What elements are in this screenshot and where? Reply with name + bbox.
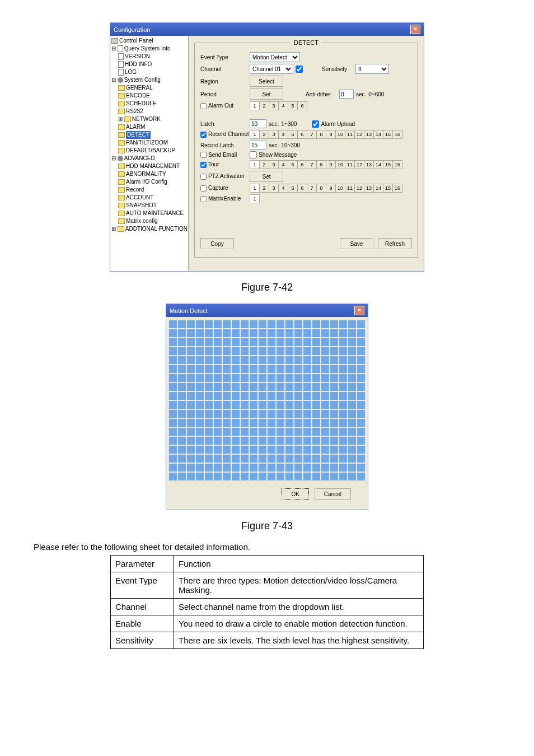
latch-input[interactable] (250, 119, 266, 128)
region-select-button[interactable]: Select (250, 76, 283, 87)
send-email-checkbox[interactable] (200, 152, 207, 158)
tree-account[interactable]: ACCOUNT (126, 194, 153, 200)
doc-icon (118, 45, 123, 52)
folder-icon (124, 116, 131, 122)
label-sec3: sec. (269, 142, 279, 148)
motion-window-title: Motion Detect (170, 307, 208, 314)
motion-titlebar: Motion Detect × (166, 304, 368, 317)
close-icon[interactable]: × (410, 25, 420, 34)
tree-ptz[interactable]: PAN/TILT/ZOOM (126, 139, 168, 146)
tree-log[interactable]: LOG (125, 69, 137, 75)
tree-auto-maint[interactable]: AUTO MAINTENANCE (126, 210, 184, 216)
tree-additional[interactable]: ADDTIONAL FUNCTION (125, 226, 188, 232)
doc-paragraph: Please refer to the following sheet for … (34, 542, 500, 552)
gear-icon (118, 156, 123, 161)
alarm-out-checkbox[interactable] (200, 103, 207, 109)
alarm-out-channels[interactable]: 123456 (250, 101, 307, 110)
folder-icon (118, 109, 125, 114)
label-send-email: Send Email (208, 152, 237, 158)
label-sec: sec. (356, 91, 366, 97)
tour-channels[interactable]: 12345678910111213141516 (250, 160, 402, 169)
tree-control-panel[interactable]: Control Panel (119, 38, 153, 44)
tree-encode[interactable]: ENCODE (126, 92, 150, 99)
label-period: Period (200, 91, 250, 97)
folder-icon (118, 171, 125, 177)
close-icon[interactable]: × (354, 306, 364, 315)
label-sensitivity: Sensitivity (322, 66, 355, 72)
label-latch-range: 1~300 (281, 121, 297, 127)
tree-network[interactable]: NETWORK (132, 116, 161, 122)
folder-icon (118, 164, 125, 169)
capture-checkbox[interactable] (200, 185, 207, 192)
record-latch-input[interactable] (250, 141, 266, 150)
tree-matrix-config[interactable]: Matrix config (126, 218, 158, 224)
channel-enable-checkbox[interactable] (296, 66, 303, 73)
folder-icon (118, 132, 125, 138)
folder-icon (118, 218, 125, 224)
folder-icon (118, 101, 125, 106)
cancel-button[interactable]: Cancel (315, 488, 351, 500)
label-record-latch: Record Latch (200, 142, 250, 148)
channel-select[interactable]: Channel 01 (250, 64, 293, 74)
tree-schedule[interactable]: SCHEDULE (126, 100, 156, 106)
alarm-upload-checkbox[interactable] (312, 120, 319, 128)
sensitivity-select[interactable]: 3 (355, 64, 389, 74)
show-message-checkbox[interactable] (250, 151, 257, 158)
label-alarm-upload: Alarm Upload (321, 121, 355, 127)
motion-grid[interactable] (170, 320, 364, 480)
matrix-channels[interactable]: 1 (250, 194, 260, 203)
tree-general[interactable]: GENERAL (126, 85, 153, 91)
ptz-set-button[interactable]: Set (250, 171, 283, 182)
table-header-parameter: Parameter (111, 556, 174, 572)
doc-icon (118, 53, 124, 60)
label-show-message: Show Message (259, 152, 297, 158)
function-cell: There are three types: Motion detection/… (174, 572, 424, 599)
record-channel-checkbox[interactable] (200, 132, 207, 138)
capture-channels[interactable]: 12345678910111213141516 (250, 184, 402, 193)
copy-button[interactable]: Copy (200, 238, 234, 249)
motion-detect-window: Motion Detect × OK Cancel (166, 304, 368, 510)
label-latch: Latch (200, 121, 250, 127)
event-type-select[interactable]: Motion Detect (250, 52, 300, 62)
tree-query-system-info[interactable]: Query System Info (124, 45, 171, 52)
tree-alarm-io[interactable]: Alarm I/O Config (126, 179, 167, 185)
tree-system-config[interactable]: System Config (124, 77, 161, 83)
tree-snapshot[interactable]: SNAPSHOT (126, 202, 157, 208)
tree-version[interactable]: VERSION (125, 53, 150, 59)
tree-advanced[interactable]: ADVANCED (124, 155, 155, 161)
record-channels[interactable]: 12345678910111213141516 (250, 130, 402, 139)
folder-icon (118, 85, 125, 91)
save-button[interactable]: Save (340, 238, 373, 249)
tour-checkbox[interactable] (200, 162, 207, 168)
table-row: ChannelSelect channel name from the drop… (111, 599, 424, 615)
tree-rs232[interactable]: RS232 (126, 108, 143, 114)
nav-tree[interactable]: Control Panel ⊟ Query System Info VERSIO… (110, 36, 189, 271)
tree-hdd-mgmt[interactable]: HDD MANAGEMENT (126, 163, 180, 169)
period-set-button[interactable]: Set (250, 88, 283, 100)
figure-caption-742: Figure 7-42 (34, 282, 500, 293)
tree-record[interactable]: Record (126, 186, 144, 193)
matrix-enable-checkbox[interactable] (200, 196, 207, 202)
param-cell: Sensitivity (111, 632, 174, 649)
tree-alarm[interactable]: ALARM (126, 124, 145, 130)
label-anti-dither: Anti-dither (306, 91, 339, 97)
folder-icon (118, 211, 125, 216)
tree-default-backup[interactable]: DEFAULT/BACKUP (126, 147, 175, 153)
param-cell: Event Type (111, 572, 174, 599)
figure-caption-743: Figure 7-43 (34, 520, 500, 532)
tree-abnormality[interactable]: ABNORMALITY (126, 171, 166, 177)
configuration-window: Configuration × Control Panel ⊟ Query Sy… (110, 22, 424, 272)
ptz-activation-checkbox[interactable] (200, 174, 207, 180)
folder-icon (118, 140, 125, 146)
tree-detect[interactable]: DETECT (126, 131, 151, 139)
label-record-channel: Record Channel (208, 131, 249, 137)
function-cell: There are six levels. The sixth level ha… (174, 632, 424, 649)
parameter-table: Parameter Function Event TypeThere are t… (110, 555, 424, 649)
gear-icon (118, 77, 123, 83)
refresh-button[interactable]: Refresh (378, 238, 412, 249)
doc-icon (118, 61, 124, 68)
label-capture: Capture (208, 185, 228, 191)
anti-dither-input[interactable] (339, 90, 354, 99)
ok-button[interactable]: OK (282, 488, 308, 500)
tree-hdd-info[interactable]: HDD INFO (125, 61, 152, 67)
